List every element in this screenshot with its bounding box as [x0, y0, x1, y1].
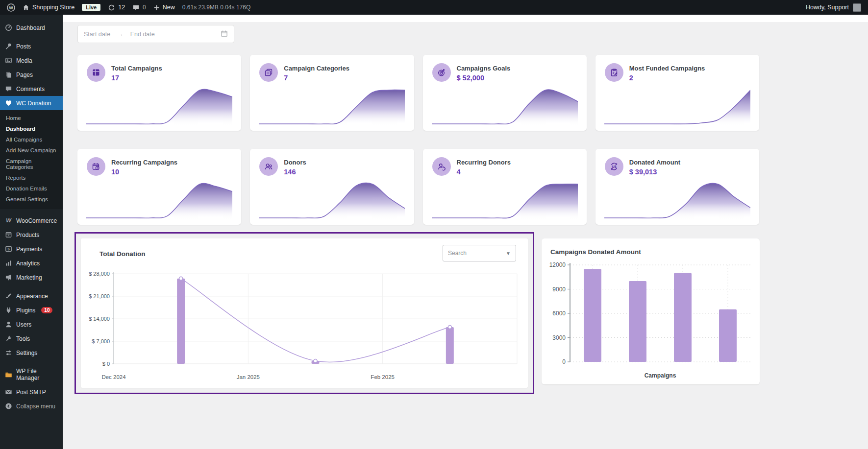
collapse-menu-button[interactable]: Collapse menu — [0, 399, 63, 413]
wordpress-logo-icon[interactable]: W — [7, 3, 15, 12]
performance-stats: 0.61s 23.9MB 0.04s 176Q — [182, 4, 250, 11]
submenu-item-dashboard[interactable]: Dashboard — [0, 123, 63, 134]
svg-text:$ 7,000: $ 7,000 — [92, 338, 110, 344]
sliders-icon — [5, 349, 12, 356]
sidebar-item-wc-donation[interactable]: WC Donation — [0, 96, 63, 110]
svg-text:9000: 9000 — [552, 286, 566, 293]
date-range-picker[interactable]: Start date → End date — [77, 25, 234, 43]
sidebar-item-settings[interactable]: Settings — [0, 346, 63, 360]
sidebar-item-users[interactable]: Users — [0, 317, 63, 331]
target-icon — [432, 63, 451, 82]
submenu-item-all-campaigns[interactable]: All Campaigns — [0, 134, 63, 145]
sparkline-chart — [604, 181, 750, 219]
box-icon — [5, 231, 12, 238]
sidebar-item-dashboard[interactable]: Dashboard — [0, 21, 63, 35]
svg-text:$: $ — [7, 247, 10, 251]
campaigns-donated-amount-chart: 030006000900012000Campaigns — [544, 258, 757, 381]
submenu-item-campaign-categories[interactable]: Campaign Categories — [0, 156, 63, 172]
plugins-update-badge: 10 — [41, 307, 52, 313]
pushpin-icon — [5, 43, 12, 50]
submenu-item-home[interactable]: Home — [0, 113, 63, 123]
card-title: Donated Amount — [629, 157, 680, 166]
avatar — [853, 3, 861, 12]
submenu-item-reports[interactable]: Reports — [0, 172, 63, 183]
stat-card-most-funded: Most Funded Campaigns 2 — [595, 55, 759, 131]
end-date-input[interactable]: End date — [130, 31, 155, 38]
gauge-icon — [5, 24, 12, 31]
card-value: 10 — [111, 168, 177, 176]
svg-text:U$: U$ — [612, 165, 617, 169]
sidebar-item-comments[interactable]: Comments — [0, 82, 63, 96]
start-date-input[interactable]: Start date — [84, 31, 110, 38]
sparkline-chart — [259, 181, 405, 219]
site-name: Shopping Store — [32, 4, 74, 11]
live-badge[interactable]: Live — [82, 4, 100, 11]
dollar-card-icon: $ — [5, 245, 12, 253]
card-title: Total Campaigns — [111, 63, 162, 72]
campaigns-donated-amount-card: Campaigns Donated Amount 030006000900012… — [542, 238, 760, 384]
updates-item[interactable]: 12 — [108, 4, 125, 11]
howdy-text: Howdy, Support — [806, 4, 849, 11]
money-refresh-icon: U$ — [605, 157, 623, 176]
total-donation-card: Total Donation Search ▼ $ 0$ 7,000$ 14,0… — [81, 238, 528, 388]
sidebar-item-products[interactable]: Products — [0, 228, 63, 242]
sparkline-chart — [432, 87, 578, 125]
new-item[interactable]: New — [153, 4, 175, 11]
sparkline-chart — [259, 87, 405, 125]
brush-icon — [5, 292, 12, 300]
sidebar-item-plugins[interactable]: Plugins 10 — [0, 303, 63, 317]
sidebar-item-marketing[interactable]: Marketing — [0, 270, 63, 284]
card-value: $ 52,000 — [457, 74, 511, 82]
update-icon — [108, 4, 115, 11]
card-value: $ 39,013 — [629, 168, 680, 176]
campaigns-donated-amount-title: Campaigns Donated Amount — [542, 238, 760, 256]
svg-text:6000: 6000 — [552, 310, 566, 317]
sidebar-item-tools[interactable]: Tools — [0, 331, 63, 346]
submenu-item-add-new-campaign[interactable]: Add New Campaign — [0, 145, 63, 156]
stat-card-recurring-donors: Recurring Donors 4 — [423, 149, 587, 225]
svg-text:Feb 2025: Feb 2025 — [371, 374, 395, 380]
sidebar-item-woocommerce[interactable]: W WooCommerce — [0, 213, 63, 228]
comments-icon — [5, 85, 12, 93]
svg-text:0: 0 — [562, 358, 566, 365]
comments-item[interactable]: 0 — [132, 4, 146, 11]
sidebar-item-analytics[interactable]: Analytics — [0, 256, 63, 270]
site-name-link[interactable]: Shopping Store — [23, 4, 74, 11]
menu-separator — [0, 360, 63, 364]
sidebar-item-posts[interactable]: Posts — [0, 39, 63, 53]
sidebar-item-media[interactable]: Media — [0, 53, 63, 68]
sidebar-item-appearance[interactable]: Appearance — [0, 289, 63, 303]
sidebar-item-pages[interactable]: Pages — [0, 68, 63, 82]
main-content: Start date → End date Total Campaigns 17… — [63, 15, 868, 449]
user-icon — [5, 321, 12, 328]
sidebar-item-payments[interactable]: $ Payments — [0, 242, 63, 256]
menu-separator — [0, 35, 63, 39]
plug-icon — [5, 307, 12, 314]
card-value: 4 — [457, 168, 511, 176]
svg-text:$ 21,000: $ 21,000 — [89, 293, 110, 299]
card-value: 17 — [111, 74, 162, 82]
clipboard-edit-icon — [605, 63, 623, 82]
grid-icon — [87, 63, 105, 82]
submenu-item-donation-emails[interactable]: Donation Emails — [0, 183, 63, 194]
sidebar-item-wp-file-manager[interactable]: WP File Manager — [0, 364, 63, 385]
submenu-item-general-settings[interactable]: General Settings — [0, 194, 63, 205]
svg-text:$ 14,000: $ 14,000 — [89, 316, 110, 322]
sparkline-chart — [86, 87, 232, 125]
sidebar-item-post-smtp[interactable]: Post SMTP — [0, 385, 63, 399]
chevron-down-icon: ▼ — [506, 251, 511, 256]
campaign-search-dropdown[interactable]: Search ▼ — [443, 245, 516, 261]
menu-separator — [0, 209, 63, 213]
account-menu[interactable]: Howdy, Support — [806, 3, 861, 12]
card-title: Campaigns Goals — [457, 63, 511, 72]
card-title: Donors — [284, 157, 306, 166]
sparkline-chart — [604, 87, 750, 125]
pages-icon — [5, 71, 12, 78]
menu-separator — [0, 284, 63, 289]
stat-card-campaigns-goals: Campaigns Goals $ 52,000 — [423, 55, 587, 131]
calendar-icon — [221, 30, 228, 39]
collapse-arrow-icon — [5, 402, 12, 410]
card-title: Most Funded Campaigns — [629, 63, 705, 72]
admin-bar: W Shopping Store Live 12 0 New 0.61s 23.… — [0, 0, 868, 15]
svg-text:W: W — [9, 5, 13, 10]
